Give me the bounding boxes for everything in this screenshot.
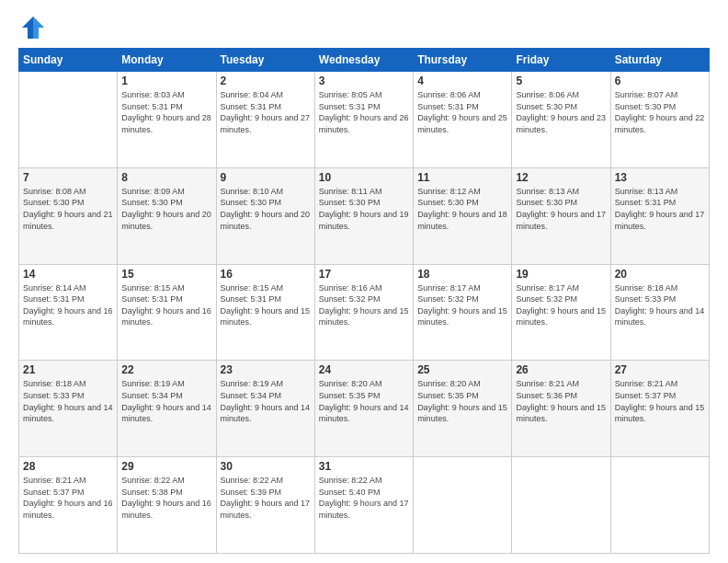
day-cell: 27Sunrise: 8:21 AM Sunset: 5:37 PM Dayli… bbox=[610, 361, 709, 457]
day-cell bbox=[610, 457, 709, 554]
day-number: 6 bbox=[615, 75, 705, 87]
day-cell: 16Sunrise: 8:15 AM Sunset: 5:31 PM Dayli… bbox=[216, 264, 314, 361]
logo bbox=[18, 15, 46, 40]
day-number: 3 bbox=[319, 75, 409, 87]
day-cell: 26Sunrise: 8:21 AM Sunset: 5:36 PM Dayli… bbox=[512, 361, 610, 457]
day-info: Sunrise: 8:20 AM Sunset: 5:35 PM Dayligh… bbox=[319, 378, 409, 424]
day-number: 12 bbox=[516, 171, 606, 184]
day-cell: 6Sunrise: 8:07 AM Sunset: 5:30 PM Daylig… bbox=[610, 72, 709, 168]
day-number: 2 bbox=[221, 75, 311, 87]
day-info: Sunrise: 8:18 AM Sunset: 5:33 PM Dayligh… bbox=[615, 282, 705, 328]
week-row-2: 14Sunrise: 8:14 AM Sunset: 5:31 PM Dayli… bbox=[19, 264, 710, 361]
day-cell: 30Sunrise: 8:22 AM Sunset: 5:39 PM Dayli… bbox=[216, 457, 314, 554]
day-info: Sunrise: 8:15 AM Sunset: 5:31 PM Dayligh… bbox=[221, 282, 311, 328]
day-number: 4 bbox=[417, 75, 507, 87]
day-cell: 17Sunrise: 8:16 AM Sunset: 5:32 PM Dayli… bbox=[314, 264, 413, 361]
day-cell: 31Sunrise: 8:22 AM Sunset: 5:40 PM Dayli… bbox=[314, 457, 413, 554]
day-cell: 5Sunrise: 8:06 AM Sunset: 5:30 PM Daylig… bbox=[512, 72, 610, 168]
day-cell: 11Sunrise: 8:12 AM Sunset: 5:30 PM Dayli… bbox=[414, 167, 512, 264]
day-info: Sunrise: 8:21 AM Sunset: 5:37 PM Dayligh… bbox=[23, 475, 113, 521]
header bbox=[18, 15, 710, 40]
day-cell: 22Sunrise: 8:19 AM Sunset: 5:34 PM Dayli… bbox=[118, 361, 216, 457]
day-info: Sunrise: 8:05 AM Sunset: 5:31 PM Dayligh… bbox=[319, 89, 409, 135]
day-cell: 13Sunrise: 8:13 AM Sunset: 5:31 PM Dayli… bbox=[610, 167, 709, 264]
day-number: 29 bbox=[121, 460, 211, 473]
day-cell: 1Sunrise: 8:03 AM Sunset: 5:31 PM Daylig… bbox=[118, 72, 216, 168]
day-cell: 21Sunrise: 8:18 AM Sunset: 5:33 PM Dayli… bbox=[19, 361, 118, 457]
weekday-header-row: SundayMondayTuesdayWednesdayThursdayFrid… bbox=[19, 49, 710, 72]
day-info: Sunrise: 8:12 AM Sunset: 5:30 PM Dayligh… bbox=[417, 186, 507, 232]
day-cell: 10Sunrise: 8:11 AM Sunset: 5:30 PM Dayli… bbox=[314, 167, 413, 264]
day-cell: 2Sunrise: 8:04 AM Sunset: 5:31 PM Daylig… bbox=[216, 72, 314, 168]
day-number: 16 bbox=[221, 268, 311, 281]
day-cell: 29Sunrise: 8:22 AM Sunset: 5:38 PM Dayli… bbox=[118, 457, 216, 554]
day-cell bbox=[512, 457, 610, 554]
day-number: 21 bbox=[23, 363, 113, 376]
day-number: 9 bbox=[221, 171, 311, 184]
day-cell: 8Sunrise: 8:09 AM Sunset: 5:30 PM Daylig… bbox=[118, 167, 216, 264]
day-cell: 19Sunrise: 8:17 AM Sunset: 5:32 PM Dayli… bbox=[512, 264, 610, 361]
day-info: Sunrise: 8:09 AM Sunset: 5:30 PM Dayligh… bbox=[121, 186, 211, 232]
day-info: Sunrise: 8:06 AM Sunset: 5:31 PM Dayligh… bbox=[417, 89, 507, 135]
day-cell: 18Sunrise: 8:17 AM Sunset: 5:32 PM Dayli… bbox=[414, 264, 512, 361]
day-cell: 25Sunrise: 8:20 AM Sunset: 5:35 PM Dayli… bbox=[414, 361, 512, 457]
day-info: Sunrise: 8:22 AM Sunset: 5:40 PM Dayligh… bbox=[319, 475, 409, 521]
svg-marker-1 bbox=[33, 17, 44, 39]
day-number: 18 bbox=[417, 268, 507, 281]
day-number: 23 bbox=[221, 363, 311, 376]
day-number: 26 bbox=[516, 363, 606, 376]
day-info: Sunrise: 8:17 AM Sunset: 5:32 PM Dayligh… bbox=[417, 282, 507, 328]
day-cell bbox=[19, 72, 118, 168]
day-number: 14 bbox=[23, 268, 113, 281]
day-number: 31 bbox=[319, 460, 409, 473]
day-info: Sunrise: 8:16 AM Sunset: 5:32 PM Dayligh… bbox=[319, 282, 409, 328]
weekday-sunday: Sunday bbox=[19, 49, 118, 72]
logo-icon bbox=[20, 15, 46, 40]
day-number: 20 bbox=[615, 268, 705, 281]
day-number: 15 bbox=[121, 268, 211, 281]
day-info: Sunrise: 8:08 AM Sunset: 5:30 PM Dayligh… bbox=[23, 186, 113, 232]
weekday-monday: Monday bbox=[118, 49, 216, 72]
weekday-saturday: Saturday bbox=[610, 49, 709, 72]
day-number: 28 bbox=[23, 460, 113, 473]
day-cell: 15Sunrise: 8:15 AM Sunset: 5:31 PM Dayli… bbox=[118, 264, 216, 361]
week-row-4: 28Sunrise: 8:21 AM Sunset: 5:37 PM Dayli… bbox=[19, 457, 710, 554]
day-info: Sunrise: 8:19 AM Sunset: 5:34 PM Dayligh… bbox=[121, 378, 211, 424]
day-cell: 3Sunrise: 8:05 AM Sunset: 5:31 PM Daylig… bbox=[314, 72, 413, 168]
day-cell: 4Sunrise: 8:06 AM Sunset: 5:31 PM Daylig… bbox=[414, 72, 512, 168]
weekday-thursday: Thursday bbox=[414, 49, 512, 72]
day-number: 30 bbox=[221, 460, 311, 473]
day-info: Sunrise: 8:04 AM Sunset: 5:31 PM Dayligh… bbox=[221, 89, 311, 135]
weekday-wednesday: Wednesday bbox=[314, 49, 413, 72]
day-cell: 12Sunrise: 8:13 AM Sunset: 5:30 PM Dayli… bbox=[512, 167, 610, 264]
day-info: Sunrise: 8:19 AM Sunset: 5:34 PM Dayligh… bbox=[221, 378, 311, 424]
day-info: Sunrise: 8:13 AM Sunset: 5:31 PM Dayligh… bbox=[615, 186, 705, 232]
day-number: 5 bbox=[516, 75, 606, 87]
week-row-0: 1Sunrise: 8:03 AM Sunset: 5:31 PM Daylig… bbox=[19, 72, 710, 168]
day-info: Sunrise: 8:22 AM Sunset: 5:39 PM Dayligh… bbox=[221, 475, 311, 521]
day-number: 27 bbox=[615, 363, 705, 376]
day-info: Sunrise: 8:22 AM Sunset: 5:38 PM Dayligh… bbox=[121, 475, 211, 521]
day-cell: 14Sunrise: 8:14 AM Sunset: 5:31 PM Dayli… bbox=[19, 264, 118, 361]
page: SundayMondayTuesdayWednesdayThursdayFrid… bbox=[0, 0, 728, 563]
day-cell: 20Sunrise: 8:18 AM Sunset: 5:33 PM Dayli… bbox=[610, 264, 709, 361]
day-number: 17 bbox=[319, 268, 409, 281]
day-number: 11 bbox=[417, 171, 507, 184]
day-number: 25 bbox=[417, 363, 507, 376]
day-number: 24 bbox=[319, 363, 409, 376]
day-info: Sunrise: 8:18 AM Sunset: 5:33 PM Dayligh… bbox=[23, 378, 113, 424]
day-cell: 28Sunrise: 8:21 AM Sunset: 5:37 PM Dayli… bbox=[19, 457, 118, 554]
day-info: Sunrise: 8:14 AM Sunset: 5:31 PM Dayligh… bbox=[23, 282, 113, 328]
weekday-tuesday: Tuesday bbox=[216, 49, 314, 72]
day-info: Sunrise: 8:03 AM Sunset: 5:31 PM Dayligh… bbox=[121, 89, 211, 135]
day-info: Sunrise: 8:11 AM Sunset: 5:30 PM Dayligh… bbox=[319, 186, 409, 232]
day-info: Sunrise: 8:20 AM Sunset: 5:35 PM Dayligh… bbox=[417, 378, 507, 424]
calendar-table: SundayMondayTuesdayWednesdayThursdayFrid… bbox=[18, 48, 710, 554]
day-number: 19 bbox=[516, 268, 606, 281]
day-info: Sunrise: 8:21 AM Sunset: 5:36 PM Dayligh… bbox=[516, 378, 606, 424]
day-info: Sunrise: 8:13 AM Sunset: 5:30 PM Dayligh… bbox=[516, 186, 606, 232]
week-row-1: 7Sunrise: 8:08 AM Sunset: 5:30 PM Daylig… bbox=[19, 167, 710, 264]
day-cell: 23Sunrise: 8:19 AM Sunset: 5:34 PM Dayli… bbox=[216, 361, 314, 457]
day-number: 22 bbox=[121, 363, 211, 376]
day-cell: 9Sunrise: 8:10 AM Sunset: 5:30 PM Daylig… bbox=[216, 167, 314, 264]
